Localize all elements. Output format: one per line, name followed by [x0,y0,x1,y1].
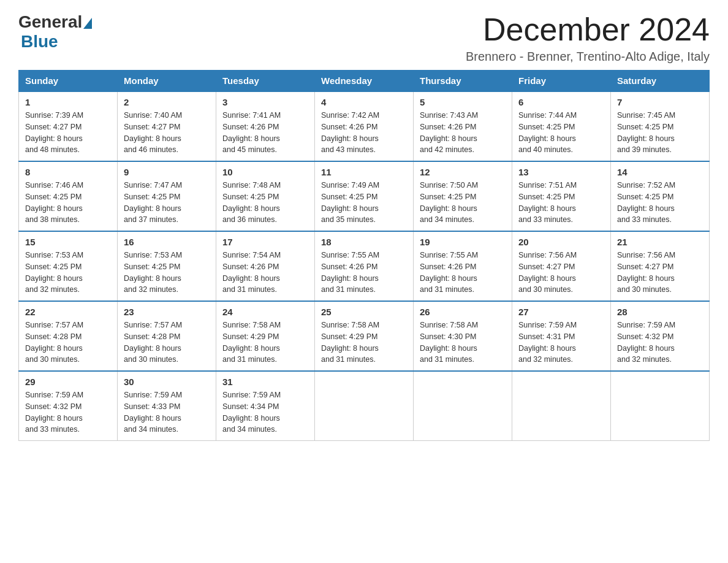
day-number: 30 [124,377,210,387]
day-info: Sunrise: 7:58 AM Sunset: 4:30 PM Dayligh… [420,320,506,366]
weekday-header-tuesday: Tuesday [216,71,315,92]
day-number: 12 [420,167,506,177]
calendar-cell: 19 Sunrise: 7:55 AM Sunset: 4:26 PM Dayl… [414,231,512,301]
day-info: Sunrise: 7:46 AM Sunset: 4:25 PM Dayligh… [25,180,111,226]
title-block: December 2024 Brennero - Brenner, Trenti… [466,12,710,64]
day-info: Sunrise: 7:40 AM Sunset: 4:27 PM Dayligh… [124,110,210,156]
calendar-cell: 1 Sunrise: 7:39 AM Sunset: 4:27 PM Dayli… [19,91,118,161]
calendar-cell: 25 Sunrise: 7:58 AM Sunset: 4:29 PM Dayl… [315,301,414,371]
calendar-cell: 23 Sunrise: 7:57 AM Sunset: 4:28 PM Dayl… [118,301,216,371]
weekday-header-row: SundayMondayTuesdayWednesdayThursdayFrid… [19,71,710,92]
day-number: 23 [124,307,210,317]
calendar-cell: 20 Sunrise: 7:56 AM Sunset: 4:27 PM Dayl… [512,231,611,301]
day-info: Sunrise: 7:43 AM Sunset: 4:26 PM Dayligh… [420,110,506,156]
weekday-header-sunday: Sunday [19,71,118,92]
day-number: 20 [518,237,604,247]
calendar-cell: 31 Sunrise: 7:59 AM Sunset: 4:34 PM Dayl… [216,371,315,441]
day-info: Sunrise: 7:59 AM Sunset: 4:33 PM Dayligh… [124,389,210,435]
day-info: Sunrise: 7:56 AM Sunset: 4:27 PM Dayligh… [518,250,604,296]
day-info: Sunrise: 7:47 AM Sunset: 4:25 PM Dayligh… [124,180,210,226]
weekday-header-thursday: Thursday [414,71,512,92]
day-info: Sunrise: 7:49 AM Sunset: 4:25 PM Dayligh… [321,180,407,226]
weekday-header-monday: Monday [118,71,216,92]
calendar-cell: 21 Sunrise: 7:56 AM Sunset: 4:27 PM Dayl… [611,231,710,301]
day-info: Sunrise: 7:50 AM Sunset: 4:25 PM Dayligh… [420,180,506,226]
calendar-table: SundayMondayTuesdayWednesdayThursdayFrid… [18,70,710,441]
day-info: Sunrise: 7:58 AM Sunset: 4:29 PM Dayligh… [321,320,407,366]
day-number: 1 [25,97,111,107]
weekday-header-wednesday: Wednesday [315,71,414,92]
calendar-week-row: 1 Sunrise: 7:39 AM Sunset: 4:27 PM Dayli… [19,91,710,161]
calendar-cell: 15 Sunrise: 7:53 AM Sunset: 4:25 PM Dayl… [19,231,118,301]
day-info: Sunrise: 7:45 AM Sunset: 4:25 PM Dayligh… [617,110,703,156]
day-info: Sunrise: 7:52 AM Sunset: 4:25 PM Dayligh… [617,180,703,226]
day-info: Sunrise: 7:57 AM Sunset: 4:28 PM Dayligh… [25,320,111,366]
month-title: December 2024 [466,12,710,47]
calendar-cell: 12 Sunrise: 7:50 AM Sunset: 4:25 PM Dayl… [414,161,512,231]
location-subtitle: Brennero - Brenner, Trentino-Alto Adige,… [466,50,710,64]
day-number: 24 [222,307,308,317]
day-number: 21 [617,237,703,247]
day-number: 27 [518,307,604,317]
day-number: 31 [222,377,308,387]
day-number: 5 [420,97,506,107]
day-number: 7 [617,97,703,107]
calendar-cell: 13 Sunrise: 7:51 AM Sunset: 4:25 PM Dayl… [512,161,611,231]
weekday-header-saturday: Saturday [611,71,710,92]
day-info: Sunrise: 7:58 AM Sunset: 4:29 PM Dayligh… [222,320,308,366]
logo: General Blue [18,12,93,52]
calendar-cell: 6 Sunrise: 7:44 AM Sunset: 4:25 PM Dayli… [512,91,611,161]
calendar-cell: 18 Sunrise: 7:55 AM Sunset: 4:26 PM Dayl… [315,231,414,301]
day-number: 10 [222,167,308,177]
day-number: 28 [617,307,703,317]
day-number: 6 [518,97,604,107]
day-info: Sunrise: 7:42 AM Sunset: 4:26 PM Dayligh… [321,110,407,156]
day-number: 25 [321,307,407,317]
page-header: General Blue December 2024 Brennero - Br… [18,12,710,64]
calendar-cell [315,371,414,441]
day-number: 26 [420,307,506,317]
calendar-cell: 30 Sunrise: 7:59 AM Sunset: 4:33 PM Dayl… [118,371,216,441]
calendar-cell: 5 Sunrise: 7:43 AM Sunset: 4:26 PM Dayli… [414,91,512,161]
day-number: 11 [321,167,407,177]
day-number: 3 [222,97,308,107]
calendar-cell: 16 Sunrise: 7:53 AM Sunset: 4:25 PM Dayl… [118,231,216,301]
day-number: 17 [222,237,308,247]
day-number: 16 [124,237,210,247]
calendar-cell: 10 Sunrise: 7:48 AM Sunset: 4:25 PM Dayl… [216,161,315,231]
calendar-week-row: 22 Sunrise: 7:57 AM Sunset: 4:28 PM Dayl… [19,301,710,371]
day-number: 9 [124,167,210,177]
calendar-week-row: 29 Sunrise: 7:59 AM Sunset: 4:32 PM Dayl… [19,371,710,441]
day-info: Sunrise: 7:55 AM Sunset: 4:26 PM Dayligh… [321,250,407,296]
calendar-cell: 7 Sunrise: 7:45 AM Sunset: 4:25 PM Dayli… [611,91,710,161]
calendar-cell: 11 Sunrise: 7:49 AM Sunset: 4:25 PM Dayl… [315,161,414,231]
calendar-cell: 3 Sunrise: 7:41 AM Sunset: 4:26 PM Dayli… [216,91,315,161]
calendar-cell: 26 Sunrise: 7:58 AM Sunset: 4:30 PM Dayl… [414,301,512,371]
day-info: Sunrise: 7:51 AM Sunset: 4:25 PM Dayligh… [518,180,604,226]
day-info: Sunrise: 7:59 AM Sunset: 4:34 PM Dayligh… [222,389,308,435]
day-info: Sunrise: 7:57 AM Sunset: 4:28 PM Dayligh… [124,320,210,366]
day-info: Sunrise: 7:53 AM Sunset: 4:25 PM Dayligh… [25,250,111,296]
day-info: Sunrise: 7:56 AM Sunset: 4:27 PM Dayligh… [617,250,703,296]
day-number: 8 [25,167,111,177]
day-number: 15 [25,237,111,247]
calendar-cell: 14 Sunrise: 7:52 AM Sunset: 4:25 PM Dayl… [611,161,710,231]
day-info: Sunrise: 7:41 AM Sunset: 4:26 PM Dayligh… [222,110,308,156]
day-number: 22 [25,307,111,317]
calendar-cell: 8 Sunrise: 7:46 AM Sunset: 4:25 PM Dayli… [19,161,118,231]
calendar-cell: 2 Sunrise: 7:40 AM Sunset: 4:27 PM Dayli… [118,91,216,161]
calendar-cell: 28 Sunrise: 7:59 AM Sunset: 4:32 PM Dayl… [611,301,710,371]
calendar-cell: 9 Sunrise: 7:47 AM Sunset: 4:25 PM Dayli… [118,161,216,231]
day-number: 29 [25,377,111,387]
logo-blue-text: Blue [21,32,58,51]
calendar-week-row: 15 Sunrise: 7:53 AM Sunset: 4:25 PM Dayl… [19,231,710,301]
day-info: Sunrise: 7:59 AM Sunset: 4:32 PM Dayligh… [617,320,703,366]
calendar-cell [611,371,710,441]
day-info: Sunrise: 7:53 AM Sunset: 4:25 PM Dayligh… [124,250,210,296]
logo-triangle-icon [83,18,92,29]
calendar-cell [414,371,512,441]
day-number: 14 [617,167,703,177]
day-number: 2 [124,97,210,107]
day-info: Sunrise: 7:59 AM Sunset: 4:31 PM Dayligh… [518,320,604,366]
day-info: Sunrise: 7:44 AM Sunset: 4:25 PM Dayligh… [518,110,604,156]
